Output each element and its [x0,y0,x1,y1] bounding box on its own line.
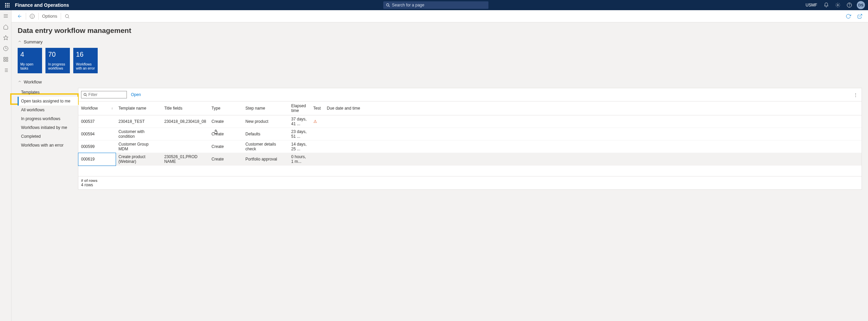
search-input[interactable] [392,3,486,7]
settings-button[interactable] [833,0,843,10]
waffle-icon [5,3,9,7]
avatar-initials: DS [857,1,865,9]
notifications-button[interactable] [821,0,831,10]
help-icon [847,2,852,8]
global-search[interactable] [383,1,488,9]
company-code[interactable]: USMF [803,3,820,7]
svg-line-1 [389,6,390,7]
bell-icon [824,2,829,8]
app-title: Finance and Operations [15,2,69,8]
top-header: Finance and Operations USMF DS [0,0,868,10]
user-avatar[interactable]: DS [856,0,866,10]
help-button[interactable] [844,0,854,10]
gear-icon [835,2,841,8]
svg-point-4 [849,6,850,6]
app-launcher[interactable] [2,0,12,10]
search-icon [386,3,390,7]
svg-point-0 [387,4,389,6]
svg-point-2 [837,4,838,6]
